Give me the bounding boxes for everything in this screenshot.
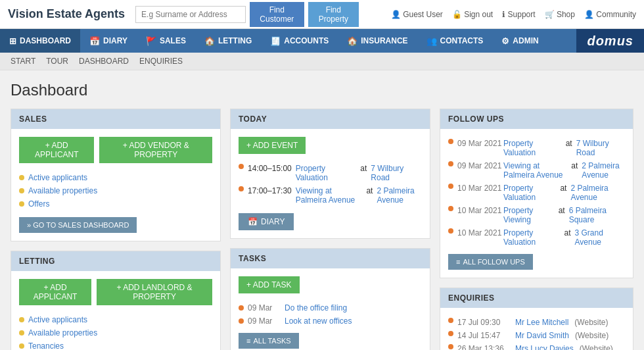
- followup-location-3[interactable]: 2 Palmeira Avenue: [570, 184, 625, 202]
- followup-type-5[interactable]: Property Valuation: [503, 228, 561, 247]
- add-applicant-button[interactable]: + ADD APPLICANT: [19, 137, 94, 163]
- admin-icon: ⚙: [501, 36, 509, 46]
- followup-date-3: 10 Mar 2021: [457, 184, 499, 193]
- tenancies-link[interactable]: Tenancies: [28, 341, 64, 350]
- nav-accounts[interactable]: 🧾 ACCOUNTS: [261, 29, 338, 53]
- community-icon: 👤: [584, 10, 594, 19]
- dashboard-grid: SALES + ADD APPLICANT + ADD VENDOR & PRO…: [11, 109, 633, 350]
- breadcrumb-tour[interactable]: TOUR: [46, 57, 68, 66]
- add-event-button[interactable]: + ADD EVENT: [239, 137, 306, 154]
- nav-sales[interactable]: 🚩 SALES: [137, 29, 195, 53]
- sales-active-applicants: Active applicants: [19, 171, 212, 184]
- page-title: Dashboard: [11, 81, 633, 99]
- active-applicants-link[interactable]: Active applicants: [28, 173, 87, 182]
- all-tasks-button[interactable]: ≡ ALL TASKS: [239, 333, 299, 349]
- community-link[interactable]: 👤 Community: [584, 10, 636, 19]
- dot-icon: [19, 201, 24, 207]
- main-nav: ⊞ DASHBOARD 📅 DIARY 🚩 SALES 🏠 LETTING 🧾 …: [0, 29, 644, 53]
- followup-item-1: 09 Mar 2021 Property Valuation at 7 Wilb…: [448, 137, 625, 159]
- sales-offers: Offers: [19, 197, 212, 211]
- support-icon: ℹ: [502, 10, 505, 19]
- sales-panel: SALES + ADD APPLICANT + ADD VENDOR & PRO…: [11, 109, 221, 241]
- breadcrumb-start[interactable]: START: [11, 57, 35, 66]
- domus-brand: domus: [576, 29, 644, 53]
- goto-sales-button[interactable]: » GO TO SALES DASHBOARD: [19, 217, 137, 233]
- task-text-2[interactable]: Look at new offices: [285, 316, 352, 326]
- letting-active-applicants: Active applicants: [19, 313, 212, 326]
- enquiry-name-1[interactable]: Mr Lee Mitchell: [515, 318, 568, 327]
- letting-active-applicants-link[interactable]: Active applicants: [28, 315, 87, 324]
- sales-btn-row: + ADD APPLICANT + ADD VENDOR & PROPERTY: [19, 137, 212, 163]
- event-location-2[interactable]: 2 Palmeira Avenue: [377, 186, 422, 205]
- letting-panel: LETTING + ADD APPLICANT + ADD LANDLORD &…: [11, 251, 221, 350]
- diary-button[interactable]: 📅 DIARY: [239, 213, 294, 230]
- dot-icon: [19, 330, 24, 336]
- event-type-1[interactable]: Property Valuation: [296, 164, 357, 182]
- followup-type-4[interactable]: Property Viewing: [503, 206, 555, 224]
- app-logo: Vision Estate Agents: [8, 7, 125, 21]
- followups-panel-header: FOLLOW UPS: [440, 109, 633, 129]
- find-property-button[interactable]: Find Property: [308, 2, 359, 27]
- calendar-icon: 📅: [248, 217, 258, 226]
- followup-item-5: 10 Mar 2021 Property Valuation at 3 Gran…: [448, 226, 625, 249]
- dot-icon: [448, 228, 453, 234]
- add-vendor-button[interactable]: + ADD VENDOR & PROPERTY: [99, 137, 212, 163]
- user-menu[interactable]: 👤 Guest User: [391, 10, 443, 19]
- nav-diary[interactable]: 📅 DIARY: [80, 29, 137, 53]
- top-bar: Vision Estate Agents Find Customer Find …: [0, 0, 644, 29]
- breadcrumb-enquiries[interactable]: ENQUIRIES: [139, 57, 183, 66]
- offers-link[interactable]: Offers: [28, 199, 49, 209]
- followup-type-2[interactable]: Viewing at Palmeira Avenue: [503, 161, 567, 180]
- add-landlord-button[interactable]: + ADD LANDLORD & PROPERTY: [97, 279, 212, 305]
- nav-contacts[interactable]: 👥 CONTACTS: [417, 29, 493, 53]
- nav-dashboard[interactable]: ⊞ DASHBOARD: [0, 29, 80, 53]
- add-task-button[interactable]: + ADD TASK: [239, 276, 300, 293]
- today-panel-body: + ADD EVENT 14:00–15:00 Property Valuati…: [231, 129, 430, 238]
- letting-add-applicant-button[interactable]: + ADD APPLICANT: [19, 279, 91, 305]
- breadcrumb-dashboard[interactable]: DASHBOARD: [79, 57, 129, 66]
- top-right-nav: 👤 Guest User 🔓 Sign out ℹ Support 🛒 Shop…: [391, 10, 636, 19]
- dot-icon: [19, 343, 24, 349]
- sign-out-link[interactable]: 🔓 Sign out: [452, 10, 493, 19]
- event-at-1: at: [360, 164, 367, 173]
- nav-insurance[interactable]: 🏠 INSURANCE: [338, 29, 417, 53]
- followup-location-1[interactable]: 7 Wilbury Road: [576, 139, 625, 157]
- enquiry-date-1: 17 Jul 09:30: [457, 318, 511, 327]
- followup-location-2[interactable]: 2 Palmeira Avenue: [582, 161, 625, 180]
- accounts-icon: 🧾: [270, 36, 281, 46]
- all-followups-button[interactable]: ≡ ALL FOLLOW UPS: [448, 254, 533, 270]
- enquiry-date-3: 26 Mar 13:36: [457, 344, 511, 350]
- search-input[interactable]: [135, 6, 246, 23]
- event-type-2[interactable]: Viewing at Palmeira Avenue: [296, 186, 363, 205]
- list-icon: ≡: [456, 258, 460, 266]
- nav-letting[interactable]: 🏠 LETTING: [195, 29, 261, 53]
- letting-available-properties: Available properties: [19, 326, 212, 339]
- shop-link[interactable]: 🛒 Shop: [545, 10, 575, 19]
- enquiry-name-3[interactable]: Mrs Lucy Davies: [515, 344, 574, 350]
- event-location-1[interactable]: 7 Wilbury Road: [371, 164, 422, 182]
- enquiry-name-2[interactable]: Mr David Smith: [515, 331, 569, 340]
- task-item-1: 09 Mar Do the office filing: [239, 301, 422, 314]
- nav-admin[interactable]: ⚙ ADMIN: [492, 29, 547, 53]
- dot-icon: [19, 175, 24, 180]
- followup-type-3[interactable]: Property Valuation: [503, 184, 556, 202]
- letting-available-properties-link[interactable]: Available properties: [28, 328, 97, 338]
- available-properties-link[interactable]: Available properties: [28, 186, 97, 195]
- contacts-icon: 👥: [426, 36, 437, 46]
- followup-location-5[interactable]: 3 Grand Avenue: [575, 228, 625, 247]
- followup-type-1[interactable]: Property Valuation: [503, 139, 562, 157]
- letting-btn-row: + ADD APPLICANT + ADD LANDLORD & PROPERT…: [19, 279, 212, 305]
- dot-icon: [448, 206, 453, 211]
- sales-available-properties: Available properties: [19, 184, 212, 197]
- task-date-2: 09 Mar: [248, 316, 281, 326]
- followup-location-4[interactable]: 6 Palmeira Square: [569, 206, 625, 224]
- enquiry-date-2: 14 Jul 15:47: [457, 331, 511, 340]
- enquiry-item-1: 17 Jul 09:30 Mr Lee Mitchell (Website): [448, 316, 625, 329]
- tasks-panel-body: + ADD TASK 09 Mar Do the office filing 0…: [231, 268, 430, 350]
- find-customer-button[interactable]: Find Customer: [250, 2, 304, 27]
- support-link[interactable]: ℹ Support: [502, 10, 535, 19]
- task-text-1[interactable]: Do the office filing: [285, 303, 347, 312]
- username-label: Guest User: [403, 10, 443, 19]
- list-icon: ≡: [246, 337, 250, 345]
- enquiries-panel-body: 17 Jul 09:30 Mr Lee Mitchell (Website) 1…: [440, 308, 633, 350]
